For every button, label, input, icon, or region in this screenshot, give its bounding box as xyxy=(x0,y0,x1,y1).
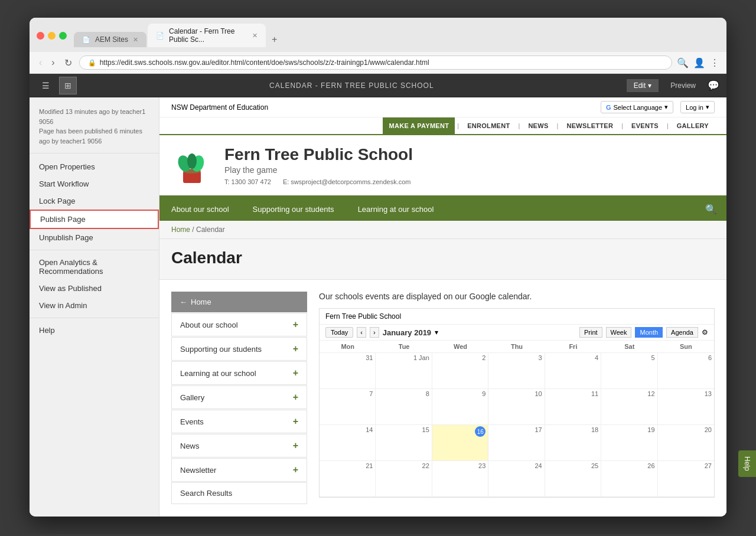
nav-news[interactable]: NEWS xyxy=(522,117,554,134)
nav-make-payment[interactable]: MAKE A PAYMENT xyxy=(383,117,455,134)
aem-edit-button[interactable]: Edit ▾ xyxy=(627,79,659,92)
gcal-cell[interactable]: 8 xyxy=(376,389,432,424)
gcal-cell[interactable]: 21 xyxy=(320,461,376,496)
close-button[interactable] xyxy=(37,32,44,40)
nav-newsletter[interactable]: NEWSLETTER xyxy=(561,117,619,134)
gcal-cell[interactable]: 9 xyxy=(432,389,488,424)
gcal-cell[interactable]: 14 xyxy=(320,425,376,460)
sidebar-gallery[interactable]: Gallery + xyxy=(171,385,307,409)
gcal-cell-today[interactable]: 16 xyxy=(432,425,488,460)
gcal-cell[interactable]: 15 xyxy=(376,425,432,460)
gcal-cell[interactable]: 19 xyxy=(601,425,657,460)
nav-gallery[interactable]: GALLERY xyxy=(671,117,715,134)
sidebar-item-view-in-admin[interactable]: View in Admin xyxy=(30,297,159,314)
gcal-cell[interactable]: 26 xyxy=(601,461,657,496)
gcal-cell[interactable]: 5 xyxy=(601,353,657,388)
gcal-cell[interactable]: 2 xyxy=(432,353,488,388)
gcal-cell[interactable]: 22 xyxy=(376,461,432,496)
gcal-cell[interactable]: 25 xyxy=(545,461,601,496)
gcal-cell[interactable]: 1 Jan xyxy=(376,353,432,388)
back-button[interactable]: ‹ xyxy=(37,56,44,69)
gcal-cell[interactable]: 6 xyxy=(658,353,714,388)
tab-aem-sites[interactable]: 📄 AEM Sites ✕ xyxy=(74,32,146,47)
gcal-next-btn[interactable]: › xyxy=(370,327,379,338)
gcal-cell[interactable]: 4 xyxy=(545,353,601,388)
sidebar-learning-school[interactable]: Learning at our school + xyxy=(171,361,307,385)
gcal-cell[interactable]: 11 xyxy=(545,389,601,424)
aem-sidebar-toggle[interactable]: ☰ xyxy=(37,77,54,94)
aem-comment-icon[interactable]: 💬 xyxy=(708,80,719,91)
sidebar-item-start-workflow[interactable]: Start Workflow xyxy=(30,175,159,192)
gcal-month-btn[interactable]: Month xyxy=(635,327,663,338)
breadcrumb-home-link[interactable]: Home xyxy=(171,225,190,234)
gcal-month-dropdown-icon[interactable]: ▾ xyxy=(435,328,438,336)
sidebar-item-publish-page[interactable]: Publish Page xyxy=(30,210,159,229)
gcal-today-btn[interactable]: Today xyxy=(325,327,353,338)
gcal-cell[interactable]: 13 xyxy=(658,389,714,424)
gcal-cell[interactable]: 7 xyxy=(320,389,376,424)
search-icon[interactable]: 🔍 xyxy=(677,57,689,68)
page-sidebar-home-link[interactable]: ← Home xyxy=(171,292,307,312)
gcal-cell[interactable]: 23 xyxy=(432,461,488,496)
aem-preview-button[interactable]: Preview xyxy=(663,79,703,92)
expand-icon3: + xyxy=(293,368,298,378)
gcal-month-year: January 2019 xyxy=(383,328,431,337)
site-content: NSW Department of Education G Select Lan… xyxy=(159,97,726,517)
gcal-print-btn[interactable]: Print xyxy=(579,327,602,338)
gcal-cell[interactable]: 17 xyxy=(488,425,545,460)
gcal-cell[interactable]: 18 xyxy=(545,425,601,460)
menu-icon[interactable]: ⋮ xyxy=(710,57,719,68)
aem-grid-icon[interactable]: ⊞ xyxy=(59,77,77,94)
sidebar-newsletter[interactable]: Newsletter + xyxy=(171,458,307,482)
sidebar-search-results[interactable]: Search Results xyxy=(171,482,307,504)
refresh-button[interactable]: ↻ xyxy=(62,56,74,70)
sidebar-events[interactable]: Events + xyxy=(171,410,307,433)
tab-calendar[interactable]: 📄 Calendar - Fern Tree Public Sc... ✕ xyxy=(148,24,266,47)
tab-close-calendar[interactable]: ✕ xyxy=(252,32,258,40)
nav-enrolment[interactable]: ENROLMENT xyxy=(461,117,516,134)
forward-button[interactable]: › xyxy=(49,56,57,69)
gcal-day-headers: Mon Tue Wed Thu Fri Sat Sun xyxy=(320,341,714,353)
gcal-cell[interactable]: 27 xyxy=(658,461,714,496)
sidebar-item-open-properties[interactable]: Open Properties xyxy=(30,158,159,175)
gcal-cell[interactable]: 24 xyxy=(488,461,545,496)
gcal-sub-header: Today ‹ › January 2019 ▾ Print Week Mont… xyxy=(320,325,714,341)
sidebar-item-lock-page[interactable]: Lock Page xyxy=(30,192,159,210)
tab-close-aem[interactable]: ✕ xyxy=(133,36,138,44)
profile-icon[interactable]: 👤 xyxy=(693,57,705,68)
sidebar-item-view-as-published[interactable]: View as Published xyxy=(30,280,159,297)
new-tab-button[interactable]: + xyxy=(267,32,282,47)
minimize-button[interactable] xyxy=(48,32,56,40)
maximize-button[interactable] xyxy=(59,32,67,40)
gcal-cell[interactable]: 12 xyxy=(601,389,657,424)
gcal-settings-icon[interactable]: ⚙ xyxy=(702,328,708,336)
help-button[interactable]: Help xyxy=(738,450,756,477)
address-bar[interactable]: 🔒 https://edit.sws.schools.nsw.gov.au/ed… xyxy=(79,55,672,70)
select-language-btn[interactable]: G Select Language ▾ xyxy=(601,101,673,113)
sidebar-events-label: Events xyxy=(180,417,204,426)
sidebar-item-analytics[interactable]: Open Analytics & Recommendations xyxy=(30,254,159,280)
gcal-prev-btn[interactable]: ‹ xyxy=(357,327,366,338)
sidebar-about-school[interactable]: About our school + xyxy=(171,313,307,336)
sidebar-supporting-students[interactable]: Supporting our students + xyxy=(171,337,307,361)
search-icon[interactable]: 🔍 xyxy=(696,198,726,221)
sidebar-item-unpublish-page[interactable]: Unpublish Page xyxy=(30,229,159,246)
day-header-mon: Mon xyxy=(320,341,376,352)
green-nav-about[interactable]: About our school xyxy=(159,198,241,221)
login-button[interactable]: Log in ▾ xyxy=(680,101,715,113)
green-nav-learning[interactable]: Learning at our school xyxy=(346,198,446,221)
sidebar-news[interactable]: News + xyxy=(171,434,307,457)
gcal-grid: Mon Tue Wed Thu Fri Sat Sun 31 xyxy=(320,341,714,497)
gcal-week-1: 31 1 Jan 2 3 4 5 6 xyxy=(320,353,714,389)
gcal-cell[interactable]: 10 xyxy=(488,389,545,424)
gcal-cell[interactable]: 3 xyxy=(488,353,545,388)
gcal-cell[interactable]: 20 xyxy=(658,425,714,460)
toolbar-right: 🔍 👤 ⋮ xyxy=(677,57,719,68)
gcal-week-btn[interactable]: Week xyxy=(606,327,632,338)
nav-events[interactable]: EVENTS xyxy=(625,117,664,134)
gcal-agenda-btn[interactable]: Agenda xyxy=(666,327,698,338)
school-nav: MAKE A PAYMENT | ENROLMENT | NEWS | NEWS… xyxy=(159,117,726,135)
green-nav-supporting[interactable]: Supporting our students xyxy=(241,198,346,221)
sidebar-item-help[interactable]: Help xyxy=(30,322,159,339)
gcal-cell[interactable]: 31 xyxy=(320,353,376,388)
